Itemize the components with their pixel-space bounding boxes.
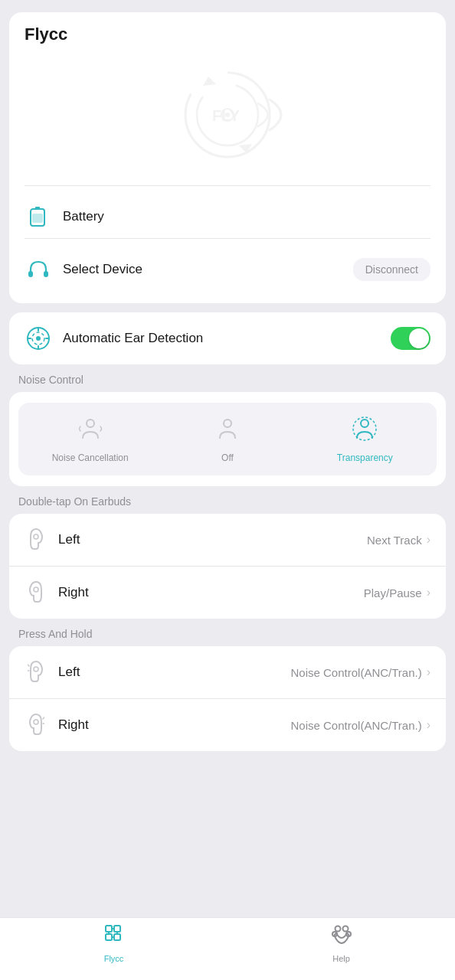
flycc-nav-icon [103, 924, 126, 951]
svg-point-25 [34, 667, 38, 671]
svg-point-23 [34, 534, 38, 539]
press-right-earbud-icon [25, 711, 47, 739]
nav-item-help[interactable]: Help [228, 924, 455, 963]
anc-label: Automatic Ear Detection [63, 331, 391, 346]
divider [25, 185, 430, 186]
device-card: Flycc FLY [9, 12, 446, 303]
svg-point-19 [87, 420, 94, 427]
bottom-nav: Flycc Help [0, 917, 455, 980]
anc-icon [25, 325, 52, 352]
svg-rect-30 [114, 934, 120, 940]
noise-off-icon [214, 415, 241, 448]
noise-options: Noise Cancellation Off [18, 403, 437, 475]
select-device-label: Select Device [63, 262, 353, 277]
svg-marker-2 [203, 77, 216, 86]
right-earbud-icon [25, 579, 47, 606]
svg-point-22 [353, 417, 376, 440]
press-hold-card: Left Noise Control(ANC/Tran.) › Right No… [9, 646, 446, 751]
anc-toggle[interactable] [391, 327, 430, 350]
svg-rect-9 [32, 214, 43, 223]
svg-point-21 [361, 420, 368, 427]
left-earbud-icon [25, 526, 47, 554]
transparency-option[interactable]: Transparency [296, 409, 434, 469]
svg-point-36 [342, 926, 348, 932]
transparency-label: Transparency [337, 452, 393, 463]
press-hold-section-label: Press And Hold [18, 628, 437, 640]
press-hold-left-row[interactable]: Left Noise Control(ANC/Tran.) › [9, 646, 446, 698]
disconnect-button[interactable]: Disconnect [353, 258, 430, 281]
double-tap-left-value: Next Track [367, 534, 422, 547]
double-tap-right-label: Right [58, 585, 364, 600]
battery-label: Battery [63, 209, 430, 224]
double-tap-left-row[interactable]: Left Next Track › [9, 514, 446, 566]
double-tap-right-row[interactable]: Right Play/Pause › [9, 566, 446, 619]
svg-rect-10 [28, 271, 33, 277]
svg-rect-29 [114, 926, 120, 932]
svg-text:FLY: FLY [212, 107, 241, 124]
press-hold-right-value: Noise Control(ANC/Tran.) [291, 719, 422, 732]
chevron-right-icon: › [427, 533, 430, 547]
chevron-right-icon4: › [427, 718, 430, 732]
svg-point-20 [224, 420, 231, 427]
app-title: Flycc [25, 24, 430, 44]
battery-row: Battery [25, 195, 430, 238]
select-device-row: Select Device Disconnect [25, 248, 430, 291]
press-hold-right-row[interactable]: Right Noise Control(ANC/Tran.) › [9, 698, 446, 751]
svg-rect-8 [35, 207, 40, 210]
battery-icon [25, 203, 52, 230]
double-tap-card: Left Next Track › Right Play/Pause › [9, 514, 446, 619]
noise-off-option[interactable]: Off [159, 409, 296, 469]
noise-control-card: Noise Cancellation Off [9, 392, 446, 486]
noise-off-label: Off [221, 452, 234, 463]
noise-control-section-label: Noise Control [18, 374, 437, 386]
nav-item-flycc[interactable]: Flycc [0, 924, 228, 963]
transparency-icon [351, 415, 378, 448]
svg-point-24 [34, 587, 38, 592]
press-hold-left-label: Left [58, 665, 291, 680]
svg-rect-11 [44, 271, 48, 277]
help-nav-icon [330, 924, 353, 951]
double-tap-left-label: Left [58, 532, 367, 547]
anc-card: Automatic Ear Detection [9, 312, 446, 364]
device-image: FLY [25, 54, 430, 176]
press-hold-left-value: Noise Control(ANC/Tran.) [291, 666, 422, 679]
svg-rect-27 [106, 926, 112, 932]
help-nav-label: Help [332, 954, 350, 963]
chevron-right-icon2: › [427, 586, 430, 599]
toggle-knob [409, 328, 429, 348]
svg-rect-28 [106, 934, 112, 940]
double-tap-section-label: Double-tap On Earbuds [18, 495, 437, 508]
chevron-right-icon3: › [427, 665, 430, 679]
headphones-icon [25, 256, 52, 283]
svg-point-35 [335, 926, 340, 932]
noise-cancellation-label: Noise Cancellation [52, 452, 129, 463]
noise-cancellation-icon [77, 415, 104, 448]
press-left-earbud-icon [25, 658, 47, 686]
divider2 [25, 238, 430, 239]
press-hold-right-label: Right [58, 717, 291, 733]
double-tap-right-value: Play/Pause [364, 586, 422, 599]
noise-cancellation-option[interactable]: Noise Cancellation [21, 409, 159, 469]
device-logo: FLY [143, 61, 312, 168]
svg-point-26 [34, 720, 38, 724]
flycc-nav-label: Flycc [104, 954, 124, 963]
svg-point-14 [36, 336, 41, 341]
